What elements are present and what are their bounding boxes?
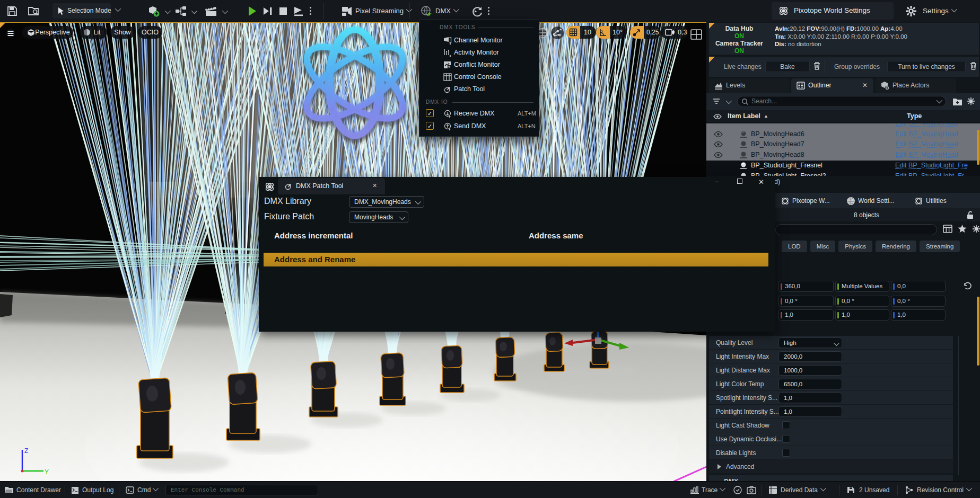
- svg-text:Z: Z: [24, 447, 28, 455]
- svg-text:Y: Y: [45, 468, 49, 476]
